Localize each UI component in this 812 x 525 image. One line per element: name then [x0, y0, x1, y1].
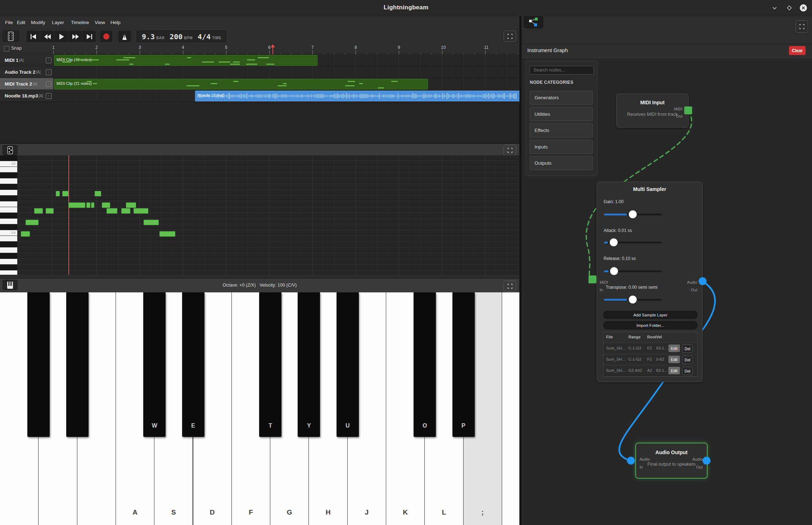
- minimize-icon[interactable]: [770, 3, 779, 13]
- midi-note[interactable]: [46, 208, 54, 214]
- transpose-slider[interactable]: [604, 299, 662, 301]
- menu-file[interactable]: File: [5, 20, 13, 25]
- keyboard-fullscreen-button[interactable]: [504, 280, 516, 292]
- category-inputs[interactable]: Inputs: [530, 140, 593, 154]
- midi-note[interactable]: [121, 208, 130, 214]
- fast-forward-button[interactable]: [68, 31, 82, 42]
- mini-key-G#3[interactable]: [0, 253, 17, 259]
- mini-key-F#4[interactable]: [0, 196, 17, 201]
- mini-key-C4[interactable]: C4: [0, 230, 17, 236]
- mini-key-B3[interactable]: [0, 236, 17, 242]
- import-folder-button[interactable]: Import Folder...: [603, 321, 698, 329]
- midi-note[interactable]: [21, 231, 30, 237]
- film-timeline-icon[interactable]: [2, 30, 20, 43]
- track-header-audio-track-2[interactable]: Audio Track 2[A]-: [0, 66, 53, 78]
- category-effects[interactable]: Effects: [530, 123, 593, 137]
- audio-output-node[interactable]: Audio Output Final output to speakers Au…: [635, 443, 708, 479]
- midi-note[interactable]: [102, 202, 110, 208]
- mini-key-G#4[interactable]: [0, 184, 17, 190]
- midi-note[interactable]: [126, 202, 136, 208]
- midi-note[interactable]: [86, 202, 90, 208]
- midi-note[interactable]: [91, 202, 94, 208]
- clip-midi[interactable]: MIDI Clip (21 notes): [54, 79, 428, 90]
- menu-modify[interactable]: Modify: [31, 20, 45, 25]
- black-key-9[interactable]: U: [337, 292, 359, 437]
- edit-sample-button[interactable]: Edit: [668, 356, 680, 363]
- mini-key-A#4[interactable]: [0, 173, 17, 178]
- menu-view[interactable]: View: [95, 20, 105, 25]
- midi-note[interactable]: [144, 220, 159, 225]
- track-mute-toggle[interactable]: -: [46, 58, 51, 63]
- midi-note[interactable]: [26, 220, 39, 225]
- timeline-fullscreen-button[interactable]: [504, 31, 516, 42]
- ruler-playhead[interactable]: [272, 47, 273, 54]
- black-key-8[interactable]: Y: [298, 292, 320, 437]
- sampler-midi-in-port[interactable]: [588, 275, 596, 283]
- skip-start-button[interactable]: [26, 31, 40, 42]
- mini-key-B4[interactable]: [0, 167, 17, 173]
- edit-sample-button[interactable]: Edit: [668, 344, 680, 352]
- gain-slider[interactable]: [604, 214, 662, 215]
- category-utilities[interactable]: Utilities: [530, 107, 593, 121]
- output-audio-in-port[interactable]: [627, 457, 635, 465]
- midi-note[interactable]: [68, 202, 85, 208]
- midi-note[interactable]: [62, 191, 68, 196]
- skip-end-button[interactable]: [82, 31, 96, 42]
- edit-sample-button[interactable]: Edit: [668, 367, 680, 374]
- play-button[interactable]: [54, 31, 68, 42]
- midi-note[interactable]: [159, 231, 175, 237]
- black-key-4[interactable]: W: [143, 292, 166, 437]
- output-audio-out-port[interactable]: [703, 457, 710, 465]
- mini-key-A4[interactable]: [0, 178, 17, 184]
- mini-key-C#4[interactable]: [0, 224, 17, 230]
- mini-key-F#3[interactable]: [0, 265, 17, 270]
- white-key-13[interactable]: [502, 292, 519, 525]
- mini-key-G4[interactable]: [0, 190, 17, 196]
- attack-slider[interactable]: [604, 242, 662, 243]
- category-outputs[interactable]: Outputs: [530, 156, 593, 170]
- black-key-2[interactable]: [66, 292, 89, 437]
- midi-note[interactable]: [107, 208, 117, 214]
- track-header-midi-track-2[interactable]: MIDI Track 2[A]-: [0, 78, 53, 90]
- multi-sampler-node[interactable]: Multi Sampler Gain: 1.00 Attack: 0.01 ss…: [597, 182, 703, 382]
- mini-key-D4[interactable]: [0, 219, 17, 224]
- black-key-1[interactable]: [27, 292, 50, 437]
- piano-roll-icon[interactable]: [2, 145, 18, 156]
- slider-handle[interactable]: [629, 210, 637, 218]
- mini-key-C#5[interactable]: [0, 155, 17, 161]
- menu-help[interactable]: Help: [110, 20, 121, 25]
- add-sample-layer-button[interactable]: Add Sample Layer: [603, 311, 698, 319]
- clip-midi[interactable]: MIDI Clip (40 notes): [54, 55, 317, 66]
- delete-sample-button[interactable]: Del: [682, 344, 693, 353]
- track-header-noodle-18-mp3[interactable]: Noodle 18.mp3[A]-: [0, 90, 53, 101]
- tempo-display[interactable]: 9.3BAR 200BPM 4/4TIME: [136, 29, 227, 44]
- mini-key-G3[interactable]: [0, 259, 17, 265]
- piano-roll-fullscreen-button[interactable]: [504, 145, 516, 156]
- mini-key-C5[interactable]: C5: [0, 161, 17, 167]
- midi-note[interactable]: [56, 191, 60, 196]
- delete-sample-button[interactable]: Del: [682, 356, 693, 364]
- mini-key-F4[interactable]: [0, 201, 17, 207]
- slider-handle[interactable]: [610, 238, 618, 246]
- menu-layer[interactable]: Layer: [52, 20, 64, 25]
- midi-note[interactable]: [34, 208, 43, 214]
- midi-input-node[interactable]: MIDI Input Receives MIDI from track MIDI…: [616, 93, 689, 128]
- snap-checkbox[interactable]: [4, 46, 9, 51]
- close-icon[interactable]: [799, 3, 808, 13]
- track-area-empty[interactable]: [0, 102, 519, 143]
- midi-out-port[interactable]: [684, 106, 692, 114]
- mini-key-A#3[interactable]: [0, 242, 17, 247]
- sampler-audio-out-port[interactable]: [699, 277, 707, 285]
- piano-roll[interactable]: C5C4: [0, 155, 519, 275]
- menu-edit[interactable]: Edit: [17, 20, 25, 25]
- mini-key-A3[interactable]: [0, 247, 17, 253]
- black-key-11[interactable]: O: [414, 292, 436, 437]
- black-key-7[interactable]: T: [259, 292, 281, 437]
- midi-note[interactable]: [95, 191, 101, 196]
- track-mute-toggle[interactable]: -: [46, 93, 51, 99]
- piano-roll-playhead[interactable]: [68, 155, 69, 275]
- track-mute-toggle[interactable]: -: [46, 69, 51, 75]
- black-key-12[interactable]: P: [452, 292, 475, 437]
- maximize-icon[interactable]: [785, 3, 794, 13]
- black-key-5[interactable]: E: [182, 292, 204, 437]
